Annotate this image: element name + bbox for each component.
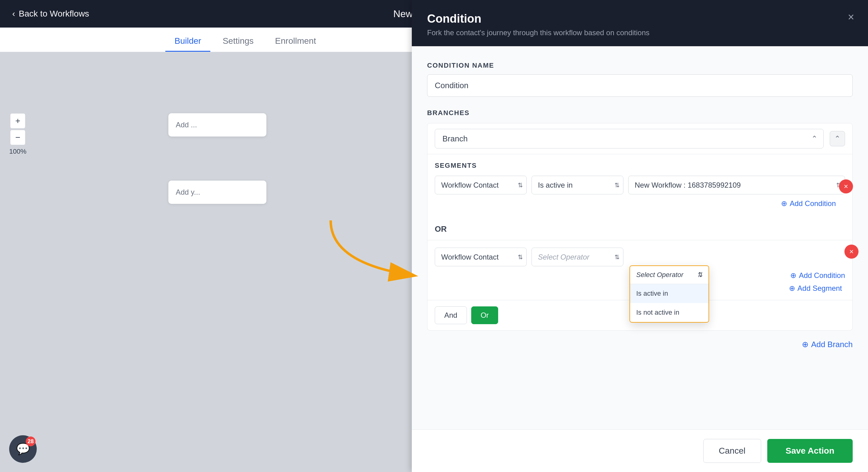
segment1-contact-wrapper: Workflow Contact ⇅ <box>435 176 527 194</box>
save-action-button[interactable]: Save Action <box>767 439 853 463</box>
segment1-operator-select[interactable]: Is active in <box>531 176 623 194</box>
add-condition-1-label: Add Condition <box>789 199 836 208</box>
or-divider: OR <box>435 224 845 234</box>
add-segment-plus-icon: ⊕ <box>789 284 795 293</box>
segment2-operator-select[interactable]: Select Operator <box>531 248 623 266</box>
condition-name-label: CONDITION NAME <box>427 62 853 69</box>
canvas-card-label: Add ... <box>176 121 259 129</box>
segment-row-2: Workflow Contact ⇅ Select Operator ⇅ <box>435 248 845 266</box>
operator-option-is-active[interactable]: Is active in <box>630 284 709 303</box>
add-branch-button[interactable]: ⊕ Add Branch <box>427 340 853 349</box>
segment-row-1: Workflow Contact ⇅ Is active in ⇅ New Wo… <box>435 176 845 194</box>
modal-close-button[interactable]: × <box>848 11 854 24</box>
segment2-delete-button[interactable]: × <box>844 245 859 259</box>
canvas-card: Add ... <box>168 113 267 136</box>
branch-select[interactable]: Branch <box>435 129 824 149</box>
segments-label: SEGMENTS <box>435 162 845 169</box>
modal-title: Condition <box>427 12 853 25</box>
segment1-contact-select[interactable]: Workflow Contact <box>435 176 527 194</box>
back-arrow-icon: ‹ <box>12 9 15 19</box>
notification-badge[interactable]: 💬 28 <box>9 435 37 463</box>
segments-area: SEGMENTS Workflow Contact ⇅ Is active in… <box>427 154 852 215</box>
back-button[interactable]: ‹ Back to Workflows <box>12 9 89 19</box>
tab-enrollment[interactable]: Enrollment <box>266 36 325 52</box>
segment2-contact-select[interactable]: Workflow Contact <box>435 248 527 266</box>
operator-dropdown-header: Select Operator ⇅ <box>630 266 709 284</box>
modal-subtitle: Fork the contact's journey through this … <box>427 28 853 37</box>
add-branch-plus-icon: ⊕ <box>802 340 809 349</box>
branch-select-wrapper: Branch ⌃ <box>435 129 824 149</box>
branch-header: Branch ⌃ ⌃ <box>427 123 852 154</box>
zoom-in-button[interactable]: + <box>10 113 25 129</box>
segment1-operator-wrapper: Is active in ⇅ <box>531 176 623 194</box>
cancel-button[interactable]: Cancel <box>703 439 761 463</box>
and-button[interactable]: And <box>435 306 467 324</box>
zoom-controls: + − 100% <box>9 113 26 156</box>
modal-panel: Condition Fork the contact's journey thr… <box>412 0 868 472</box>
branch-collapse-button[interactable]: ⌃ <box>830 131 845 146</box>
segment1-workflow-select[interactable]: New Workflow : 1683785992109 <box>628 176 845 194</box>
add-branch-label: Add Branch <box>811 340 853 349</box>
segment1-delete-button[interactable]: × <box>839 179 853 193</box>
operator-dropdown: Select Operator ⇅ Is active in Is not ac… <box>629 265 709 323</box>
add-segment-label: Add Segment <box>798 284 842 293</box>
add-condition-2-plus-icon: ⊕ <box>790 271 796 280</box>
notification-count: 28 <box>26 437 35 446</box>
back-label: Back to Workflows <box>19 9 89 19</box>
add-condition-1-button[interactable]: ⊕ Add Condition <box>435 199 845 208</box>
modal-header: Condition Fork the contact's journey thr… <box>412 0 868 46</box>
zoom-out-button[interactable]: − <box>10 130 25 145</box>
zoom-level: 100% <box>9 148 26 156</box>
second-segment-area: × Workflow Contact ⇅ Select Operator ⇅ <box>427 240 852 300</box>
branch-card: Branch ⌃ ⌃ SEGMENTS Workflow Contact ⇅ <box>427 123 853 331</box>
segment2-contact-wrapper: Workflow Contact ⇅ <box>435 248 527 266</box>
segment1-workflow-wrapper: New Workflow : 1683785992109 ⇅ <box>628 176 845 194</box>
branches-label: BRANCHES <box>427 109 853 117</box>
add-condition-plus-icon: ⊕ <box>781 199 787 208</box>
tab-settings[interactable]: Settings <box>213 36 263 52</box>
operator-option-is-not-active[interactable]: Is not active in <box>630 303 709 322</box>
condition-name-input[interactable] <box>427 74 853 97</box>
canvas-add-label: Add y... <box>168 181 267 204</box>
operator-dropdown-chevron: ⇅ <box>697 271 702 279</box>
operator-select-label: Select Operator ⇅ <box>636 271 702 279</box>
add-condition-2-label: Add Condition <box>799 271 845 280</box>
modal-footer: Cancel Save Action <box>412 430 868 472</box>
modal-body: CONDITION NAME BRANCHES Branch ⌃ ⌃ SEGME… <box>412 46 868 430</box>
segment2-operator-wrapper: Select Operator ⇅ Select Operator ⇅ <box>531 248 623 266</box>
or-button[interactable]: Or <box>471 306 498 324</box>
tab-builder[interactable]: Builder <box>165 36 210 52</box>
